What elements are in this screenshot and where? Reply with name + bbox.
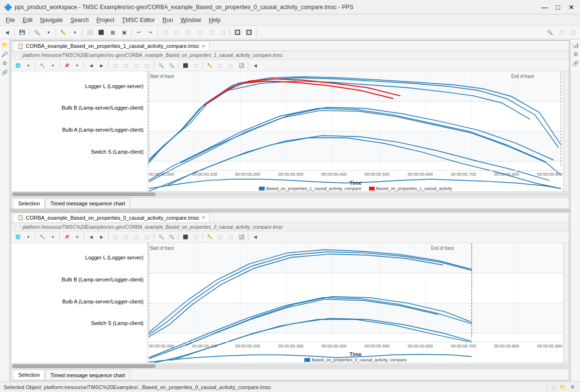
betb-btn-1[interactable]: 🌐 [13, 232, 22, 242]
sidebar-icon-4[interactable]: 🔗 [1, 68, 9, 76]
betb-btn-9[interactable]: 🔍 [167, 232, 176, 242]
top-timed-tab[interactable]: Timed message sequence chart [45, 198, 130, 209]
toolbar-btn13[interactable]: ⬚ [206, 27, 216, 38]
toolbar-btn2[interactable]: ▾ [43, 27, 54, 38]
menu-file[interactable]: File [2, 16, 19, 24]
etb-btn-12[interactable]: ⬚ [226, 61, 235, 70]
etb-nav-fwd[interactable]: ▶ [97, 61, 106, 70]
betb-btn-8[interactable]: 🔍 [156, 232, 166, 242]
etb-dropdown-3[interactable]: ▾ [72, 61, 82, 70]
top-selection-tab[interactable]: Selection [13, 198, 45, 209]
bottom-chart-plot[interactable]: Start of trace End of trace [147, 243, 563, 363]
betb-zoom-fit[interactable]: ⬛ [180, 232, 190, 242]
etb-zoom-sel[interactable]: ⬚ [191, 61, 201, 70]
menu-project[interactable]: Project [92, 16, 118, 24]
sidebar-icon-2[interactable]: 🔎 [1, 50, 9, 58]
bottom-v-scrollbar[interactable] [563, 243, 569, 363]
menu-navigate[interactable]: Navigate [36, 16, 67, 24]
top-h-thumb[interactable] [12, 192, 156, 196]
toolbar-btn3[interactable]: ✏️ [58, 27, 68, 38]
top-chart-plot[interactable]: Start of trace End of trace 00:00:00.000… [147, 71, 563, 191]
toolbar-btn11[interactable]: ⬚ [183, 27, 193, 38]
right-icon-1[interactable]: 📊 [572, 41, 580, 49]
betb-btn-7[interactable]: ⬚ [142, 232, 152, 242]
betb-btn-14[interactable]: ◀ [250, 232, 260, 242]
bottom-h-thumb[interactable] [12, 364, 156, 368]
sidebar-icon-3[interactable]: ⚙ [1, 59, 9, 67]
betb-dropdown-3[interactable]: ▾ [72, 232, 82, 242]
etb-btn-13[interactable]: 🔄 [236, 61, 246, 70]
etb-dropdown-2[interactable]: ▾ [48, 61, 57, 70]
betb-btn-6[interactable]: ⬚ [132, 232, 141, 242]
top-editor-tab[interactable]: 📋 CORBA_example_Based_on_properties_1_ca… [13, 41, 210, 51]
right-icon-3[interactable]: 🔗 [572, 59, 580, 67]
toolbar-btn14[interactable]: ⬚ [217, 27, 228, 38]
betb-btn-12[interactable]: ⬚ [226, 232, 235, 242]
etb-btn-10[interactable]: ✏️ [205, 61, 214, 70]
betb-btn-13[interactable]: 🔄 [236, 232, 246, 242]
toolbar-save[interactable]: 💾 [17, 27, 27, 38]
status-icon-1[interactable]: ⬚ [549, 383, 557, 391]
status-icon-2[interactable]: 📁 [559, 383, 567, 391]
betb-btn-3[interactable]: 📌 [62, 232, 71, 242]
toolbar-btn12[interactable]: ⬚ [194, 27, 205, 38]
toolbar-btn7[interactable]: ▦ [107, 27, 118, 38]
maximize-button[interactable]: □ [553, 2, 563, 12]
menu-window[interactable]: Window [177, 16, 205, 24]
top-h-scrollbar[interactable] [11, 191, 569, 197]
menu-edit[interactable]: Edit [19, 16, 36, 24]
etb-btn-11[interactable]: ⬚ [215, 61, 225, 70]
etb-btn-4[interactable]: ⬚ [111, 61, 120, 70]
bottom-selection-tab[interactable]: Selection [13, 370, 45, 380]
etb-dropdown-1[interactable]: ▾ [23, 61, 33, 70]
toolbar-redo[interactable]: ↪ [145, 27, 156, 38]
toolbar-perspective1[interactable]: ⬚ [556, 27, 567, 38]
betb-btn-2[interactable]: 🔧 [37, 232, 47, 242]
status-icon-3[interactable]: ⚙ [569, 383, 576, 391]
bottom-tab-close[interactable]: ✕ [201, 215, 205, 220]
etb-btn-1[interactable]: 🌐 [13, 61, 22, 70]
betb-btn-5[interactable]: ⬚ [121, 232, 131, 242]
menu-run[interactable]: Run [159, 16, 177, 24]
betb-dropdown-2[interactable]: ▾ [48, 232, 57, 242]
betb-nav-back[interactable]: ◀ [86, 232, 96, 242]
menu-help[interactable]: Help [205, 16, 224, 24]
etb-btn-2[interactable]: 🔧 [37, 61, 47, 70]
betb-nav-fwd[interactable]: ▶ [97, 232, 106, 242]
top-tab-close[interactable]: ✕ [201, 44, 205, 49]
toolbar-btn8[interactable]: ▣ [119, 27, 129, 38]
toolbar-back[interactable]: ◀ [2, 27, 12, 38]
betb-btn-10[interactable]: ✏️ [205, 232, 214, 242]
betb-btn-4[interactable]: ⬚ [111, 232, 120, 242]
bottom-editor-tab[interactable]: 📋 CORBA_example_Based_on_properties_0_ca… [13, 213, 210, 222]
top-v-scrollbar[interactable] [563, 71, 569, 191]
menu-tmsc-editor[interactable]: TMSC Editor [118, 16, 159, 24]
etb-zoom-fit[interactable]: ⬛ [180, 61, 190, 70]
etb-btn-8[interactable]: 🔍 [156, 61, 166, 70]
toolbar-btn16[interactable]: 🔲 [244, 27, 254, 38]
etb-btn-6[interactable]: ⬚ [132, 61, 141, 70]
etb-btn-14[interactable]: ◀ [250, 61, 260, 70]
minimize-button[interactable]: — [540, 2, 549, 12]
toolbar-btn5[interactable]: ⬜ [84, 27, 95, 38]
close-button[interactable]: ✕ [567, 2, 576, 12]
toolbar-btn10[interactable]: ⬚ [171, 27, 182, 38]
bottom-timed-tab[interactable]: Timed message sequence chart [45, 370, 130, 380]
etb-btn-7[interactable]: ⬚ [142, 61, 152, 70]
toolbar-btn9[interactable]: ⬚ [160, 27, 170, 38]
betb-zoom-sel[interactable]: ⬚ [191, 232, 201, 242]
etb-btn-9[interactable]: 🔍 [167, 61, 176, 70]
panel-splitter[interactable] [10, 210, 570, 212]
betb-dropdown-1[interactable]: ▾ [23, 232, 33, 242]
betb-btn-11[interactable]: ⬚ [215, 232, 225, 242]
sidebar-icon-1[interactable]: 📁 [1, 41, 9, 49]
toolbar-btn15[interactable]: 🔲 [232, 27, 243, 38]
right-icon-2[interactable]: ⚙ [572, 50, 580, 58]
toolbar-perspective2[interactable]: ⬚ [568, 27, 578, 38]
menu-search[interactable]: Search [67, 16, 92, 24]
toolbar-btn4[interactable]: ▾ [69, 27, 80, 38]
etb-nav-back[interactable]: ◀ [86, 61, 96, 70]
toolbar-undo[interactable]: ↩ [134, 27, 144, 38]
etb-btn-3[interactable]: 📌 [62, 61, 71, 70]
etb-btn-5[interactable]: ⬚ [121, 61, 131, 70]
